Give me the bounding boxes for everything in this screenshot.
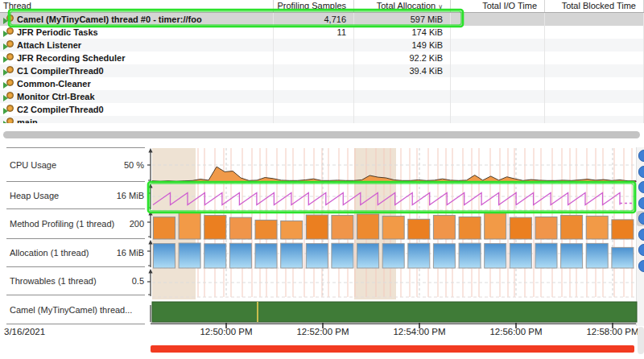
column-header-total-io-time[interactable]: Total I/O Time [451, 0, 545, 12]
side-button[interactable] [638, 197, 644, 209]
lane-axis-value: 0.5 [132, 276, 144, 286]
thread-name: JFR Periodic Tasks [17, 26, 98, 39]
thread-row[interactable]: Camel (MyTinyCamel) thread #0 - timer://… [0, 13, 644, 26]
lane-label-row[interactable]: Method Profiling (1 thread)200 [6, 209, 145, 239]
thread-row[interactable]: C2 CompilerThread0 [0, 103, 644, 116]
thread-cell-allocation: 149 KiB [354, 39, 451, 52]
side-button[interactable] [638, 229, 644, 241]
thread-cell-samples [274, 116, 354, 123]
thread-cell-allocation [354, 116, 451, 123]
thread-row[interactable]: Common-Cleaner [0, 77, 644, 90]
time-tick-label: 12:54:00 PM [381, 327, 458, 336]
thread-cell-io [451, 77, 545, 90]
thread-name: Attach Listener [17, 39, 81, 52]
thread-name: Monitor Ctrl-Break [17, 90, 95, 103]
column-header-thread[interactable]: Thread [0, 0, 274, 12]
time-range-bar[interactable] [151, 345, 634, 353]
thread-name: JFR Recording Scheduler [17, 52, 125, 64]
thread-table: Thread Profiling Samples Total Allocatio… [0, 0, 644, 123]
sort-descending-icon: ∨ [438, 3, 443, 10]
thread-cell-blocked [545, 116, 644, 123]
thread-ball-icon [6, 40, 14, 47]
thread-row[interactable]: JFR Recording Scheduler92.2 KiB [0, 52, 644, 64]
side-button[interactable] [638, 213, 644, 225]
thread-icon [3, 118, 14, 123]
thread-icon [3, 53, 14, 63]
thread-cell-blocked [545, 103, 644, 116]
lane-label: Method Profiling (1 thread) [10, 219, 114, 229]
thread-table-body: Camel (MyTinyCamel) thread #0 - timer://… [0, 13, 644, 123]
thread-ball-icon [6, 14, 14, 22]
lane-label: Throwables (1 thread) [10, 276, 97, 286]
lane-label: Allocation (1 thread) [10, 248, 89, 258]
lane-label: Heap Usage [10, 191, 59, 200]
lane-axis-value: 200 [130, 219, 144, 229]
thread-cell-samples: 11 [274, 26, 354, 39]
thread-cell-io [451, 90, 545, 103]
thread-row[interactable]: C1 CompilerThread039.4 KiB [0, 64, 644, 77]
thread-cell-samples [274, 52, 354, 64]
thread-row[interactable]: main [0, 116, 644, 123]
thread-cell-io [451, 52, 545, 64]
side-button-strip [636, 147, 644, 326]
column-header-total-blocked-time[interactable]: Total Blocked Time [545, 0, 644, 12]
thread-cell-allocation: 174 KiB [354, 26, 451, 39]
time-tick-label: 12:56:00 PM [477, 327, 555, 336]
thread-cell-io [451, 26, 545, 39]
side-button[interactable] [638, 244, 644, 256]
lane-label-row[interactable]: Camel (MyTinyCamel) thread... [6, 295, 145, 324]
side-button[interactable] [638, 166, 644, 178]
thread-cell-allocation [354, 90, 451, 103]
time-tick-label: 12:52:00 PM [284, 327, 361, 336]
thread-cell-allocation [354, 77, 451, 90]
thread-ball-icon [6, 66, 14, 73]
thread-cell-io [451, 39, 545, 52]
thread-row[interactable]: Attach Listener149 KiB [0, 39, 644, 52]
thread-cell-blocked [545, 39, 644, 52]
vertical-scrollbar[interactable] [638, 327, 644, 354]
thread-icon [3, 92, 14, 101]
thread-ball-icon [6, 118, 14, 123]
side-button[interactable] [638, 260, 644, 272]
thread-cell-allocation [354, 103, 451, 116]
thread-cell-allocation: 92.2 KiB [354, 52, 451, 64]
thread-row[interactable]: Monitor Ctrl-Break [0, 90, 644, 103]
lane-label-row[interactable]: Throwables (1 thread)0.5 [6, 267, 145, 295]
thread-cell-samples [274, 103, 354, 116]
thread-row[interactable]: JFR Periodic Tasks11174 KiB [0, 26, 644, 39]
thread-icon [3, 27, 14, 37]
timeline-date-label: 3/16/2021 [4, 327, 45, 336]
thread-cell-allocation: 39.4 KiB [354, 64, 451, 77]
thread-cell-blocked [545, 64, 644, 77]
side-button[interactable] [638, 150, 644, 162]
thread-cell-samples [274, 64, 354, 77]
thread-name: C2 CompilerThread0 [17, 103, 104, 116]
thread-name: Common-Cleaner [17, 77, 91, 90]
thread-name: main [17, 116, 38, 123]
horizontal-scrollbar[interactable] [3, 131, 640, 138]
lane-axis-value: 16 MiB [117, 248, 144, 258]
thread-ball-icon [6, 79, 14, 86]
column-header-total-allocation-label: Total Allocation [377, 1, 436, 10]
thread-cell-io [451, 13, 545, 26]
thread-ball-icon [6, 92, 14, 99]
thread-cell-io [451, 64, 545, 77]
timeline-lane-labels: CPU Usage50 %Heap Usage16 MiBMethod Prof… [0, 147, 147, 324]
thread-cell-io [451, 116, 545, 123]
thread-icon [3, 40, 14, 50]
column-header-profiling-samples[interactable]: Profiling Samples [274, 0, 354, 12]
column-header-total-allocation[interactable]: Total Allocation∨ [354, 0, 451, 12]
time-tick-label: 12:50:00 PM [188, 327, 265, 336]
thread-cell-samples [274, 90, 354, 103]
thread-cell-samples: 4,716 [274, 13, 354, 26]
lane-label-row[interactable]: Heap Usage16 MiB [6, 182, 145, 209]
thread-icon [3, 66, 14, 76]
thread-icon [3, 105, 14, 114]
side-button[interactable] [638, 181, 644, 193]
thread-name: C1 CompilerThread0 [17, 64, 104, 77]
timeline-chart-area[interactable] [147, 147, 636, 324]
lane-label-row[interactable]: CPU Usage50 % [6, 148, 145, 182]
lane-label-row[interactable]: Allocation (1 thread)16 MiB [6, 239, 145, 267]
thread-cell-samples [274, 77, 354, 90]
time-tick-label: 12:58:00 PM [574, 327, 644, 336]
